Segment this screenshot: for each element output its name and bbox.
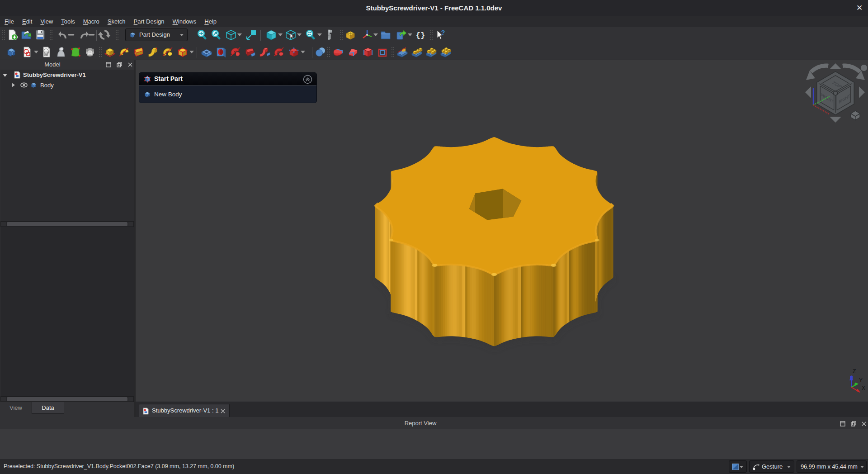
svg-text:X: X <box>862 385 865 391</box>
svg-text:{}: {} <box>416 31 425 40</box>
svg-text:Z: Z <box>853 369 856 374</box>
svg-text:Y: Y <box>859 377 863 384</box>
svg-text:?: ? <box>441 29 445 36</box>
